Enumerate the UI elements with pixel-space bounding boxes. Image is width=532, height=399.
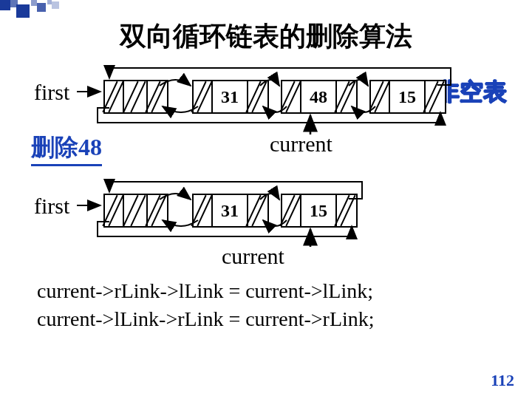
llink-cell bbox=[105, 195, 124, 226]
data-cell: 31 bbox=[213, 81, 248, 112]
code-line-1: current->rLink->lLink = current->lLink; bbox=[37, 277, 373, 305]
label-current-row1: current bbox=[270, 132, 332, 157]
rlink-cell bbox=[337, 195, 355, 226]
label-non-empty: 非空表 bbox=[436, 76, 507, 109]
label-first-row2: first bbox=[34, 194, 69, 219]
node-15-row1: 15 bbox=[369, 80, 446, 114]
node-31-row2: 31 bbox=[192, 194, 269, 228]
data-cell-empty bbox=[124, 195, 148, 226]
data-cell: 15 bbox=[301, 195, 337, 226]
node-31-row1: 31 bbox=[192, 80, 269, 114]
llink-cell bbox=[105, 81, 124, 112]
page-title: 双向循环链表的删除算法 bbox=[0, 18, 532, 55]
label-delete48: 删除48 bbox=[31, 132, 102, 166]
data-cell: 48 bbox=[301, 81, 337, 112]
node-head-row1 bbox=[103, 80, 168, 114]
llink-cell bbox=[371, 81, 390, 112]
rlink-cell bbox=[148, 81, 166, 112]
rlink-cell bbox=[248, 195, 266, 226]
node-15-row2: 15 bbox=[281, 194, 358, 228]
code-line-2: current->lLink->rLink = current->rLink; bbox=[37, 305, 375, 333]
data-cell: 31 bbox=[213, 195, 248, 226]
llink-cell bbox=[282, 81, 301, 112]
data-cell: 15 bbox=[390, 81, 426, 112]
rlink-cell bbox=[337, 81, 355, 112]
rlink-cell bbox=[248, 81, 266, 112]
page-number: 112 bbox=[491, 371, 514, 390]
llink-cell bbox=[194, 195, 213, 226]
top-decoration bbox=[0, 0, 532, 12]
llink-cell bbox=[194, 81, 213, 112]
label-current-row2: current bbox=[222, 244, 284, 269]
llink-cell bbox=[282, 195, 301, 226]
label-first-row1: first bbox=[34, 80, 69, 105]
node-48-row1: 48 bbox=[281, 80, 358, 114]
rlink-cell bbox=[426, 81, 443, 112]
node-head-row2 bbox=[103, 194, 168, 228]
data-cell-empty bbox=[124, 81, 148, 112]
rlink-cell bbox=[148, 195, 166, 226]
